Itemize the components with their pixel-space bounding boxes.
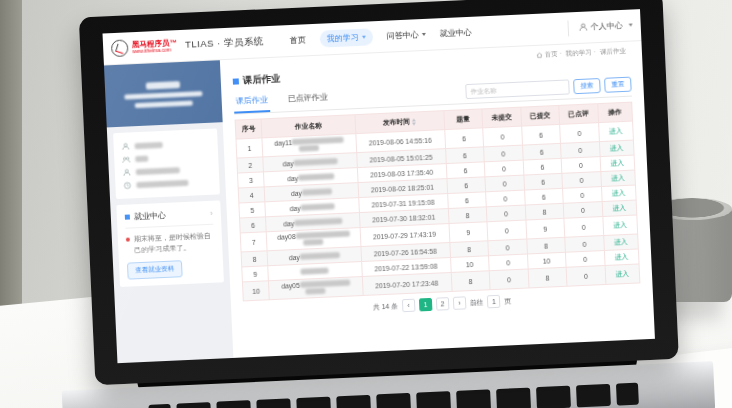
reset-button[interactable]: 重置 [604, 77, 632, 93]
itheima-logo-icon [111, 39, 129, 57]
browser-screen: 黑马程序员™ www.itheima.com TLIAS · 学员系统 首页我的… [103, 9, 655, 363]
enter-link[interactable]: 进入 [612, 204, 626, 212]
enter-link[interactable]: 进入 [612, 189, 626, 197]
app-title: TLIAS · 学员系统 [185, 35, 264, 52]
table-cell: 0 [483, 126, 522, 147]
laptop-screen-bezel: 黑马程序员™ www.itheima.com TLIAS · 学员系统 首页我的… [79, 0, 679, 385]
table-cell: 10 [242, 281, 269, 301]
search-box: 搜索 重置 [465, 77, 632, 104]
next-page-button[interactable]: › [453, 296, 467, 310]
table-cell: 0 [489, 269, 528, 290]
redacted-name [292, 137, 344, 145]
enter-link[interactable]: 进入 [615, 253, 629, 261]
redacted-name [300, 280, 350, 288]
notice-text: 期末将至，是时候检验自己的学习成果了。 [134, 231, 215, 256]
class-info-redacted [124, 91, 202, 100]
homework-name-input[interactable] [465, 79, 570, 99]
breadcrumb-item[interactable]: 首页 [544, 49, 564, 59]
table-cell: 5 [239, 202, 266, 218]
goto-unit: 页 [504, 296, 511, 306]
user-menu[interactable]: 个人中心 [567, 17, 633, 36]
table-cell: 7 [240, 232, 267, 252]
redacted-name [294, 217, 342, 225]
column-header: 未提交 [482, 107, 521, 128]
table-cell: 8 [528, 267, 567, 288]
enter-link[interactable]: 进入 [611, 174, 625, 182]
job-center-header[interactable]: 就业中心 › [125, 208, 214, 229]
table-cell: 0 [487, 220, 526, 241]
prev-page-button[interactable]: ‹ [402, 299, 416, 313]
redacted-name [301, 267, 329, 274]
redacted-value [135, 141, 163, 148]
column-header: 操作 [597, 102, 632, 123]
breadcrumb-item[interactable]: 我的学习 [566, 48, 599, 58]
enter-link[interactable]: 进入 [614, 238, 628, 246]
table-cell: 9 [449, 222, 488, 243]
nav-item-问答中心[interactable]: 问答中心 [387, 29, 426, 42]
goto-page-input[interactable]: 1 [487, 295, 501, 309]
redacted-name [306, 288, 326, 295]
student-detail-card [113, 128, 220, 199]
table-cell: 进入 [602, 215, 637, 236]
redacted-name [303, 239, 323, 246]
enter-link[interactable]: 进入 [615, 270, 629, 278]
keyboard-keys [148, 383, 638, 408]
table-cell: 9 [525, 218, 564, 239]
page-title: 课后作业 [243, 73, 282, 88]
user-icon [121, 142, 129, 150]
total-count: 共 14 条 [373, 301, 398, 312]
info-row [123, 175, 211, 192]
table-cell: 4 [238, 187, 265, 203]
nav-item-首页[interactable]: 首页 [290, 34, 306, 46]
view-job-materials-button[interactable]: 查看就业资料 [127, 260, 183, 279]
table-cell: 进入 [598, 121, 633, 142]
laptop: 黑马程序员™ www.itheima.com TLIAS · 学员系统 首页我的… [79, 0, 687, 408]
redacted-name [293, 158, 337, 166]
page-button-1[interactable]: 1 [419, 298, 433, 312]
table-cell: 进入 [600, 170, 635, 187]
table-cell: 9 [242, 266, 269, 282]
redacted-name [300, 252, 340, 260]
homework-table: 序号作业名称发布时间题量未提交已提交已点评操作 1day112019-08-06… [235, 102, 641, 302]
enter-link[interactable]: 进入 [609, 127, 623, 135]
table-cell: 进入 [605, 264, 640, 285]
user-menu-label: 个人中心 [590, 20, 622, 32]
home-icon [535, 51, 542, 58]
chevron-down-icon [422, 33, 426, 36]
notice-dot-icon [126, 238, 130, 242]
enter-link[interactable]: 进入 [613, 221, 627, 229]
column-header: 序号 [235, 119, 262, 139]
enter-link[interactable]: 进入 [610, 159, 624, 167]
redacted-name [298, 173, 334, 181]
sort-caret-icon[interactable] [412, 118, 416, 125]
chevron-down-icon [629, 23, 633, 26]
section-marker [125, 214, 130, 219]
table-cell: 6 [521, 124, 560, 145]
title-marker [233, 78, 239, 84]
nav-item-就业中心[interactable]: 就业中心 [439, 27, 471, 39]
redacted-name [295, 231, 349, 239]
table-cell: 6 [240, 217, 267, 233]
job-center-title: 就业中心 [134, 210, 166, 222]
tab-homework[interactable]: 课后作业 [233, 89, 270, 114]
group-icon [122, 155, 130, 163]
search-button[interactable]: 搜索 [573, 78, 601, 94]
brand-block: 黑马程序员™ www.itheima.com [132, 39, 178, 55]
redacted-value [136, 167, 180, 175]
redacted-value [135, 155, 148, 162]
tab-reviewed-homework[interactable]: 已点评作业 [285, 86, 330, 111]
table-cell: 进入 [604, 249, 639, 266]
table-cell: 8 [241, 251, 268, 267]
clock-icon [123, 181, 131, 189]
nav-item-我的学习[interactable]: 我的学习 [319, 28, 373, 47]
class-info-redacted [135, 100, 193, 108]
table-cell: 1 [236, 138, 263, 158]
student-info-card [104, 60, 223, 127]
person-icon [123, 168, 131, 176]
breadcrumb-item: 课后作业 [600, 46, 630, 56]
enter-link[interactable]: 进入 [610, 144, 624, 152]
chevron-down-icon [362, 36, 366, 39]
table-cell: 8 [451, 271, 490, 292]
page-button-2[interactable]: 2 [436, 297, 450, 311]
table-cell: 进入 [600, 155, 635, 172]
